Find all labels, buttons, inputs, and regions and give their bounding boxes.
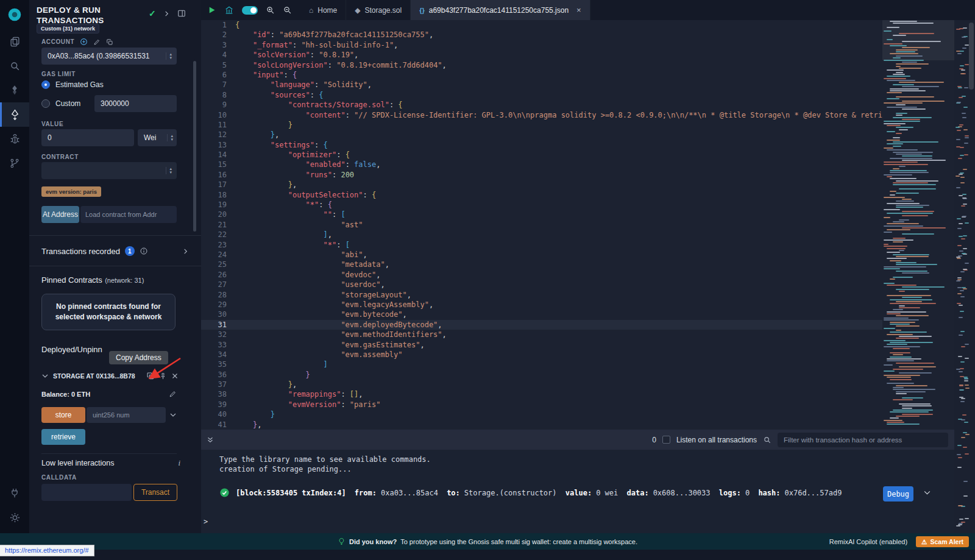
panel-scrollbar[interactable]: [193, 61, 196, 232]
copilot-toggle[interactable]: [242, 6, 258, 15]
scrollbar-thumb[interactable]: [969, 23, 974, 90]
expand-terminal-icon[interactable]: [206, 436, 214, 444]
search-icon[interactable]: [763, 436, 771, 444]
copy-account-icon[interactable]: [106, 38, 113, 46]
code-line[interactable]: 21 "ast": [201, 220, 882, 230]
edit-balance-icon[interactable]: [169, 390, 177, 398]
at-address-input[interactable]: [80, 206, 177, 223]
code-line[interactable]: 2 "id": "a69b43f277ba20fcac141151250ca75…: [201, 30, 882, 40]
terminal-prompt[interactable]: >: [204, 517, 208, 526]
expand-transactions-icon[interactable]: [182, 248, 189, 255]
low-level-info-icon[interactable]: i: [178, 458, 180, 468]
listen-all-checkbox[interactable]: [662, 436, 670, 444]
retrieve-button[interactable]: retrieve: [41, 429, 85, 445]
close-tab-icon[interactable]: ×: [576, 5, 581, 15]
code-line[interactable]: 19 "*": {: [201, 200, 882, 210]
code-line[interactable]: 20 "": [: [201, 210, 882, 219]
code-line[interactable]: 29 "evm.legacyAssembly",: [201, 300, 882, 310]
code-line[interactable]: 38 "remappings": [],: [201, 389, 882, 399]
value-unit-select[interactable]: Wei ▴▾: [138, 129, 177, 146]
code-line[interactable]: 26 "devdoc",: [201, 270, 882, 280]
store-button[interactable]: store: [41, 407, 85, 423]
code-line[interactable]: 10 "content": "// SPDX-License-Identifie…: [201, 110, 882, 120]
scam-alert-badge[interactable]: ⚠ Scam Alert: [916, 536, 969, 547]
code-line[interactable]: 4 "solcVersion": "0.8.19",: [201, 50, 882, 60]
code-line[interactable]: 3 "_format": "hh-sol-build-info-1",: [201, 40, 882, 50]
code-line[interactable]: 5 "solcLongVersion": "0.8.19+commit.7dd6…: [201, 60, 882, 70]
code-line[interactable]: 27 "userdoc",: [201, 280, 882, 289]
sidebar-item-debugger[interactable]: [0, 127, 29, 151]
estimated-gas-radio[interactable]: [41, 80, 50, 89]
code-line[interactable]: 22 ],: [201, 230, 882, 239]
zoom-out-icon[interactable]: [283, 5, 292, 15]
code-line[interactable]: 32 "evm.methodIdentifiers",: [201, 330, 882, 339]
code-line[interactable]: 16 "runs": 200: [201, 170, 882, 180]
code-line[interactable]: 30 "evm.bytecode",: [201, 310, 882, 319]
minimap-viewport[interactable]: [882, 20, 954, 60]
filter-transactions-input[interactable]: [778, 433, 948, 447]
transaction-log-row[interactable]: [block:5583405 txIndex:4] from:0xa03...8…: [219, 487, 975, 498]
stepper-icon[interactable]: ▴▾: [166, 52, 172, 60]
code-line[interactable]: 12 },: [201, 130, 882, 140]
code-line[interactable]: 15 "enabled": false,: [201, 160, 882, 169]
at-address-button[interactable]: At Address: [41, 206, 79, 223]
minimap[interactable]: [882, 20, 954, 430]
code-line[interactable]: 6 "input": {: [201, 70, 882, 80]
code-line[interactable]: 40 }: [201, 409, 882, 419]
code-line[interactable]: 8 "sources": {: [201, 90, 882, 100]
sidebar-item-deploy-run[interactable]: [0, 102, 29, 127]
code-line[interactable]: 13 "settings": {: [201, 140, 882, 150]
run-script-icon[interactable]: [207, 5, 216, 15]
code-line[interactable]: 14 "optimizer": {: [201, 150, 882, 160]
add-account-icon[interactable]: [80, 38, 88, 46]
account-select[interactable]: 0xA03...85ac4 (0.39866531531 ▴▾: [41, 48, 177, 65]
code-line[interactable]: 28 "storageLayout",: [201, 290, 882, 300]
custom-gas-input[interactable]: [94, 95, 177, 112]
code-line[interactable]: 39 "evmVersion": "paris": [201, 400, 882, 409]
code-line[interactable]: 36 }: [201, 370, 882, 380]
chevron-down-icon[interactable]: [41, 372, 49, 380]
overview-ruler[interactable]: [954, 20, 975, 533]
calldata-input[interactable]: [41, 484, 132, 501]
info-icon[interactable]: [140, 247, 148, 255]
copilot-status[interactable]: RemixAI Copilot (enabled): [829, 538, 907, 545]
debug-button[interactable]: Debug: [883, 486, 913, 502]
code-line[interactable]: 31 "evm.deployedBytecode",: [201, 320, 882, 330]
stepper-icon[interactable]: ▴▾: [167, 134, 173, 141]
code-line[interactable]: 18 "outputSelection": {: [201, 190, 882, 200]
custom-gas-radio[interactable]: [41, 99, 50, 108]
contract-select[interactable]: ▴▾: [41, 162, 177, 179]
tab-storage-sol[interactable]: ◆ Storage.sol: [346, 0, 411, 20]
zoom-in-icon[interactable]: [266, 5, 275, 15]
code-line[interactable]: 9 "contracts/Storage.sol": {: [201, 100, 882, 110]
value-input[interactable]: [41, 129, 134, 146]
code-line[interactable]: 7 "language": "Solidity",: [201, 80, 882, 90]
code-editor[interactable]: 1{2 "id": "a69b43f277ba20fcac141151250ca…: [201, 20, 882, 430]
sidebar-item-git[interactable]: [0, 151, 29, 175]
remix-logo[interactable]: [0, 0, 29, 29]
sidebar-item-plugin-manager[interactable]: [0, 481, 29, 505]
code-line[interactable]: 35 ]: [201, 360, 882, 369]
stepper-icon[interactable]: ▴▾: [166, 167, 172, 174]
expand-log-icon[interactable]: [923, 489, 931, 497]
code-line[interactable]: 1{: [201, 20, 882, 30]
sidebar-item-settings[interactable]: [0, 505, 29, 530]
pin-panel-icon[interactable]: [177, 9, 186, 18]
transact-button[interactable]: Transact: [133, 484, 177, 501]
expand-args-icon[interactable]: [169, 411, 177, 419]
edit-account-icon[interactable]: [93, 38, 101, 46]
code-line[interactable]: 23 "*": [: [201, 240, 882, 250]
sidebar-item-search[interactable]: [0, 54, 29, 78]
chevron-right-icon[interactable]: [163, 10, 170, 17]
sidebar-item-file-explorer[interactable]: [0, 29, 29, 54]
code-line[interactable]: 11 }: [201, 120, 882, 130]
store-arg-input[interactable]: [87, 407, 166, 423]
code-line[interactable]: 34 "evm.assembly": [201, 350, 882, 360]
tab-build-info-json[interactable]: {} a69b43f277ba20fcac141151250ca755.json…: [411, 0, 590, 20]
code-line[interactable]: 25 "metadata",: [201, 260, 882, 269]
code-line[interactable]: 41 },: [201, 420, 882, 430]
sidebar-item-solidity-compiler[interactable]: [0, 78, 29, 102]
code-line[interactable]: 37 },: [201, 380, 882, 389]
code-line[interactable]: 33 "evm.gasEstimates",: [201, 340, 882, 350]
code-line[interactable]: 24 "abi",: [201, 250, 882, 260]
